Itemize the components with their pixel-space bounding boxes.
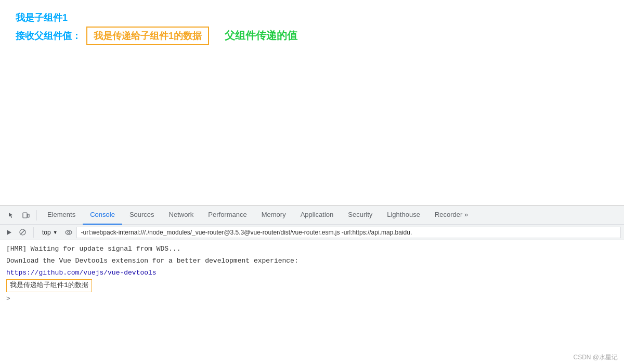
- devtools-link[interactable]: https://github.com/vuejs/vue-devtools: [6, 269, 157, 277]
- console-toolbar: top ▼: [0, 225, 624, 240]
- watermark: CSDN @水星记: [573, 353, 618, 362]
- console-highlighted-value: 我是传递给子组件1的数据: [6, 279, 92, 292]
- svg-point-6: [68, 231, 70, 233]
- context-selector[interactable]: top ▼: [39, 227, 61, 238]
- console-line-link: https://github.com/vuejs/vue-devtools: [6, 267, 618, 279]
- parent-label: 父组件传递的值: [225, 29, 297, 43]
- svg-marker-2: [7, 230, 11, 235]
- tab-network[interactable]: Network: [162, 206, 201, 225]
- svg-rect-0: [23, 213, 27, 218]
- tab-console[interactable]: Console: [83, 206, 122, 225]
- cursor-icon[interactable]: [4, 208, 19, 223]
- svg-line-4: [20, 230, 24, 235]
- tab-memory[interactable]: Memory: [254, 206, 293, 225]
- run-icon[interactable]: [3, 227, 15, 238]
- tab-security[interactable]: Security: [341, 206, 380, 225]
- console-line-highlighted: 我是传递给子组件1的数据: [6, 279, 618, 293]
- child-component-title: 我是子组件1: [16, 10, 608, 25]
- console-line-devtools: Download the Vue Devtools extension for …: [6, 255, 618, 267]
- tab-sources[interactable]: Sources: [122, 206, 162, 225]
- console-prompt: >: [6, 293, 618, 303]
- tab-lighthouse[interactable]: Lighthouse: [380, 206, 427, 225]
- receive-row: 接收父组件值： 我是传递给子组件1的数据 父组件传递的值: [16, 27, 608, 45]
- block-icon[interactable]: [17, 227, 28, 238]
- main-content: 我是子组件1 接收父组件值： 我是传递给子组件1的数据 父组件传递的值: [0, 0, 624, 205]
- tab-separator: [36, 210, 37, 220]
- tab-recorder[interactable]: Recorder »: [427, 206, 475, 225]
- devtools-panel: Elements Console Sources Network Perform…: [0, 205, 624, 364]
- devtools-tabs-row: Elements Console Sources Network Perform…: [0, 206, 624, 225]
- console-separator: [33, 227, 34, 238]
- receive-label: 接收父组件值：: [16, 30, 81, 42]
- tab-elements[interactable]: Elements: [40, 206, 83, 225]
- tab-performance[interactable]: Performance: [201, 206, 254, 225]
- eye-icon[interactable]: [63, 227, 74, 238]
- console-line-hmr: [HMR] Waiting for update signal from WDS…: [6, 243, 618, 255]
- console-filter-input[interactable]: [76, 227, 621, 238]
- svg-rect-1: [28, 214, 29, 217]
- console-output[interactable]: [HMR] Waiting for update signal from WDS…: [0, 240, 624, 364]
- tab-application[interactable]: Application: [293, 206, 341, 225]
- svg-point-5: [66, 230, 72, 235]
- dropdown-arrow-icon: ▼: [53, 230, 58, 235]
- receive-value-box: 我是传递给子组件1的数据: [86, 27, 209, 45]
- device-icon[interactable]: [19, 208, 33, 223]
